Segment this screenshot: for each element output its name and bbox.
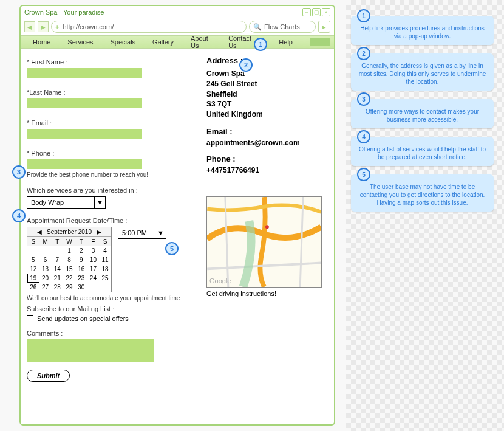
cal-day[interactable]: 14 [51,264,63,274]
addr-line: United Kingdom [206,109,328,120]
cal-day[interactable]: 28 [51,283,63,292]
first-name-label: * First Name : [27,58,199,66]
cal-day[interactable]: 1 [63,246,75,255]
contact-phone-label: Phone : [206,154,328,164]
calendar[interactable]: ◀ September 2010 ▶ SMTWTFS12345678910111… [27,227,112,292]
cal-day[interactable]: 15 [63,264,75,274]
cal-day-header: F [87,237,100,246]
email-input[interactable] [27,129,142,139]
bookmark-button[interactable]: ▸ [318,21,330,33]
cal-day[interactable]: 22 [63,274,75,283]
nav-specials[interactable]: Specials [102,38,145,46]
callout-text: Help link provides procedures and instru… [357,24,488,40]
map[interactable]: Google [206,196,322,288]
url-bar[interactable]: + http://crown.com/ [51,21,247,33]
callout-num: 3 [357,92,370,106]
addr-line: S3 7QT [206,99,328,109]
add-tab-icon[interactable]: + [55,23,59,30]
nav-gallery[interactable]: Gallery [144,38,182,46]
cal-day[interactable]: 26 [27,283,39,292]
cal-day [87,283,100,292]
search-box[interactable]: 🔍 Flow Charts [249,21,316,33]
cal-day[interactable]: 20 [39,274,52,283]
time-select[interactable]: 5:00 PM ▼ [118,227,166,239]
cal-day[interactable]: 16 [75,264,87,274]
cal-day[interactable]: 3 [87,246,100,255]
cal-day[interactable]: 11 [99,255,111,264]
callout-num: 2 [357,47,370,60]
cal-day [51,246,63,255]
last-name-input[interactable] [27,98,142,108]
nav-home[interactable]: Home [24,38,59,46]
mailing-label: Subscribe to our Mailing List : [27,305,199,312]
callout-1: 1 Help link provides procedures and inst… [351,16,494,45]
cal-day[interactable]: 5 [27,255,39,264]
window-title: Crown Spa - Your paradise [24,9,104,16]
cal-day[interactable]: 25 [99,274,111,283]
cal-day[interactable]: 24 [87,274,100,283]
nav-services[interactable]: Services [59,38,101,46]
cal-day[interactable]: 27 [39,283,52,292]
contact-email-label: Email : [206,127,328,136]
comments-input[interactable] [27,339,154,362]
cal-day[interactable]: 18 [99,264,111,274]
cal-day[interactable]: 21 [51,274,63,283]
map-brand: Google [209,277,231,284]
callout-num: 1 [357,9,370,22]
callout-text: The user base may not have time to be co… [357,183,488,207]
first-name-input[interactable] [27,68,142,78]
cal-day[interactable]: 9 [75,255,87,264]
callout-text: Offering a list of services would help t… [357,145,488,161]
address-block: Crown Spa 245 Gell Street Sheffield S3 7… [206,69,328,120]
cal-day[interactable]: 19 [27,274,39,283]
close-icon[interactable]: × [322,8,330,16]
titlebar: Crown Spa - Your paradise − ▢ × [21,6,334,18]
contact-column: Address : Crown Spa 245 Gell Street Shef… [206,53,328,382]
addr-line: Crown Spa [206,69,328,79]
forward-button[interactable]: ▶ [38,21,49,32]
cal-day[interactable]: 12 [27,264,39,274]
cal-day[interactable]: 17 [87,264,100,274]
appt-label: Appointment Request Date/Time : [27,217,199,224]
address-label: Address : [206,56,328,65]
last-name-label: *Last Name : [27,89,199,96]
cal-day[interactable]: 2 [75,246,87,255]
nav-about[interactable]: About Us [182,35,220,49]
chevron-down-icon: ▼ [94,197,105,208]
cal-day[interactable]: 13 [39,264,52,274]
mailing-opt-label: Send updates on special offers [37,315,129,322]
phone-input[interactable] [27,159,142,169]
cal-day[interactable]: 8 [63,255,75,264]
minimize-icon[interactable]: − [302,8,311,16]
map-caption[interactable]: Get driving instructions! [206,290,328,297]
maximize-icon[interactable]: ▢ [312,8,321,16]
cal-day [27,246,39,255]
contact-phone-value: +447517766491 [206,166,328,174]
cal-day[interactable]: 4 [99,246,111,255]
phone-hint: Provide the best phone number to reach y… [27,171,199,178]
cal-day[interactable]: 23 [75,274,87,283]
cal-month-label: September 2010 [47,229,92,235]
phone-label: * Phone : [27,150,199,157]
services-label: Which services are you interested in : [27,187,199,194]
mailing-checkbox[interactable] [27,315,33,322]
cal-day-header: T [75,237,87,246]
services-select[interactable]: Body Wrap ▼ [27,196,106,209]
cal-day[interactable]: 6 [39,255,52,264]
cal-day[interactable]: 30 [75,283,87,292]
cal-prev-icon[interactable]: ◀ [35,229,44,235]
cal-day[interactable]: 10 [87,255,100,264]
nav-help[interactable]: Help [270,38,301,46]
cal-day [39,246,52,255]
browser-window: Crown Spa - Your paradise − ▢ × ◀ ▶ + ht… [19,5,335,426]
callout-num: 4 [357,130,370,143]
cal-day[interactable]: 7 [51,255,63,264]
back-button[interactable]: ◀ [24,21,35,32]
submit-button[interactable]: Submit [27,370,70,382]
cal-day[interactable]: 29 [63,283,75,292]
callout-text: Offering more ways to contact makes your… [357,108,488,123]
cal-next-icon[interactable]: ▶ [94,229,104,235]
callout-5: 5 The user base may not have time to be … [351,174,494,212]
cal-day-header: T [51,237,63,246]
form-column: * First Name : *Last Name : * Email : * … [27,53,199,382]
